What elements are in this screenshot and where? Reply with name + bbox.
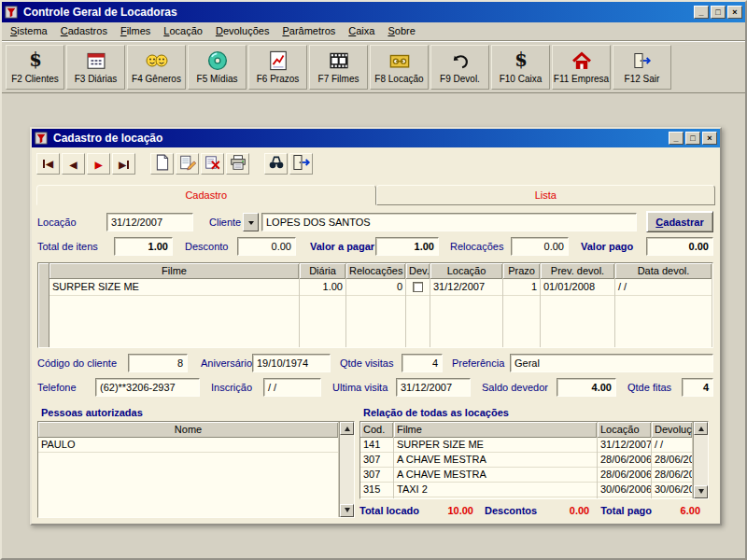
codigo-cliente-field[interactable]: 8	[128, 354, 188, 372]
history-cell-cod[interactable]: 315	[360, 483, 393, 497]
dialog-minimize-button[interactable]: _	[669, 132, 684, 145]
menu-item-parametros[interactable]: Parâmetros	[275, 23, 342, 39]
history-cell-filme[interactable]: TAXI 2	[394, 483, 597, 497]
devolucao-checkbox-unchecked[interactable]	[413, 282, 423, 292]
toolbar-button-f5-midias[interactable]: F5 Mídias	[188, 45, 247, 90]
history-header-cod[interactable]: Cod.	[360, 422, 393, 438]
scroll-up-button[interactable]	[340, 422, 354, 435]
history-cell-devolucao[interactable]: / /	[652, 438, 692, 453]
scroll-up-button[interactable]	[694, 422, 708, 435]
menu-item-cadastros[interactable]: Cadastros	[54, 23, 114, 39]
history-cell-filme[interactable]: A CHAVE MESTRA	[394, 453, 597, 468]
history-cell-devolucao[interactable]: 30/06/2006	[652, 483, 692, 497]
cliente-dropdown-button[interactable]	[243, 213, 259, 231]
history-cell-filme[interactable]: A CHAVE MESTRA	[394, 468, 597, 483]
history-header-devolucao[interactable]: Devolução	[652, 422, 692, 438]
toolbar-button-f11-empresa[interactable]: F11 Empresa	[552, 45, 611, 90]
history-scrollbar[interactable]	[693, 422, 708, 498]
first-record-button[interactable]: ◀	[36, 153, 60, 175]
grid-header-filme[interactable]: Filme	[49, 263, 299, 279]
toolbar-button-f9-devol[interactable]: F9 Devol.	[430, 45, 489, 90]
grid-header-locacao[interactable]: Locação	[430, 263, 502, 279]
history-header-locacao[interactable]: Locação	[598, 422, 651, 438]
toolbar-button-f2-clientes[interactable]: $F2 Clientes	[6, 45, 64, 90]
grid-header-prazo[interactable]: Prazo	[503, 263, 540, 279]
desconto-field[interactable]: 0.00	[237, 237, 296, 256]
grid-header-dev[interactable]: Dev.	[406, 263, 430, 279]
prior-record-button[interactable]: ◀	[62, 153, 85, 175]
new-record-button[interactable]	[150, 153, 174, 175]
grid-header-prev-devol[interactable]: Prev. devol.	[541, 263, 614, 279]
authorized-header-nome[interactable]: Nome	[38, 422, 338, 438]
grid-header-relocacoes[interactable]: Relocações	[346, 263, 405, 279]
menu-item-caixa[interactable]: Caixa	[342, 23, 381, 39]
dialog-maximize-button[interactable]: □	[685, 132, 700, 145]
grid-cell-prazo[interactable]: 1	[503, 279, 540, 296]
grid-header-data-devol[interactable]: Data devol.	[615, 263, 712, 279]
dialog-close-button[interactable]: ×	[702, 132, 717, 145]
delete-record-button[interactable]	[201, 153, 224, 175]
ultima-visita-field[interactable]: 31/12/2007	[396, 378, 471, 397]
scroll-down-button[interactable]	[340, 504, 354, 517]
toolbar-button-f6-prazos[interactable]: F6 Prazos	[248, 45, 307, 90]
menu-item-sistema[interactable]: Sistema	[4, 23, 54, 39]
total-itens-field[interactable]: 1.00	[114, 237, 173, 256]
grid-cell-filme[interactable]: SURPER SIZE ME	[49, 279, 299, 296]
cadastrar-button[interactable]: Cadastrar	[646, 211, 713, 232]
toolbar-button-f4-generos[interactable]: F4 Gêneros	[127, 45, 186, 90]
menu-item-locacao[interactable]: Locação	[157, 23, 209, 39]
menu-item-filmes[interactable]: Filmes	[114, 23, 157, 39]
toolbar-button-f8-locacao[interactable]: F8 Locação	[370, 45, 429, 90]
inscricao-field[interactable]: / /	[263, 378, 321, 397]
telefone-field[interactable]: (62)**3206-2937	[95, 378, 200, 397]
exit-button[interactable]	[289, 153, 313, 175]
history-cell-locacao[interactable]: 31/12/2007	[598, 438, 651, 453]
grid-header-diaria[interactable]: Diária	[300, 263, 345, 279]
history-cell-cod[interactable]: 141	[360, 438, 393, 453]
next-record-button[interactable]: ▶	[87, 153, 110, 175]
history-cell-locacao[interactable]: 28/06/2006	[598, 453, 651, 468]
qtde-fitas-field[interactable]: 4	[682, 378, 713, 397]
grid-cell-diaria[interactable]: 1.00	[300, 279, 345, 296]
history-header-filme[interactable]: Filme	[394, 422, 597, 438]
menu-item-devolucoes[interactable]: Devoluções	[209, 23, 276, 39]
toolbar-button-f7-filmes[interactable]: F7 Filmes	[309, 45, 368, 90]
valor-a-pagar-field[interactable]: 1.00	[375, 237, 439, 256]
authorized-scrollbar[interactable]	[339, 422, 354, 517]
toolbar-button-f12-sair[interactable]: F12 Sair	[613, 45, 671, 90]
valor-pago-field[interactable]: 0.00	[646, 237, 713, 256]
edit-record-button[interactable]	[176, 153, 199, 175]
search-button[interactable]	[264, 153, 288, 175]
scroll-down-button[interactable]	[694, 485, 708, 498]
history-cell-locacao[interactable]: 28/06/2006	[598, 468, 651, 483]
authorized-row[interactable]: PAULO	[38, 438, 338, 453]
history-cell-filme[interactable]: SURPER SIZE ME	[394, 438, 597, 453]
history-cell-devolucao[interactable]: 28/06/2006	[652, 453, 692, 468]
tab-lista[interactable]: Lista	[376, 185, 716, 205]
print-button[interactable]	[226, 153, 249, 175]
grid-cell-prev-devol[interactable]: 01/01/2008	[541, 279, 614, 296]
saldo-devedor-field[interactable]: 4.00	[557, 378, 616, 397]
close-button[interactable]: ×	[727, 6, 742, 19]
history-cell-devolucao[interactable]: 28/06/2006	[652, 468, 692, 483]
grid-cell-dev[interactable]	[406, 279, 430, 296]
history-cell-locacao[interactable]: 30/06/2006	[598, 483, 651, 497]
toolbar-button-f3-diarias[interactable]: F3 Diárias	[66, 45, 125, 90]
grid-cell-locacao[interactable]: 31/12/2007	[430, 279, 502, 296]
history-cell-cod[interactable]: 307	[360, 453, 393, 468]
tab-cadastro[interactable]: Cadastro	[36, 185, 376, 205]
grid-cell-data-devol[interactable]: / /	[615, 279, 712, 296]
toolbar-button-f10-caixa[interactable]: $F10 Caixa	[491, 45, 550, 90]
last-record-button[interactable]: ▶	[112, 153, 135, 175]
history-cell-cod[interactable]: 307	[360, 468, 393, 483]
aniversario-field[interactable]: 19/10/1974	[252, 354, 331, 372]
menu-item-sobre[interactable]: Sobre	[381, 23, 421, 39]
grid-cell-relocacoes[interactable]: 0	[346, 279, 405, 296]
maximize-button[interactable]: □	[711, 6, 726, 19]
cliente-field[interactable]: LOPES DOS SANTOS	[261, 213, 637, 231]
relocacoes-field[interactable]: 0.00	[511, 237, 569, 256]
minimize-button[interactable]: _	[694, 6, 709, 19]
qtde-visitas-field[interactable]: 4	[402, 354, 443, 372]
locacao-date-field[interactable]: 31/12/2007	[106, 213, 193, 231]
preferencia-field[interactable]: Geral	[510, 354, 713, 372]
